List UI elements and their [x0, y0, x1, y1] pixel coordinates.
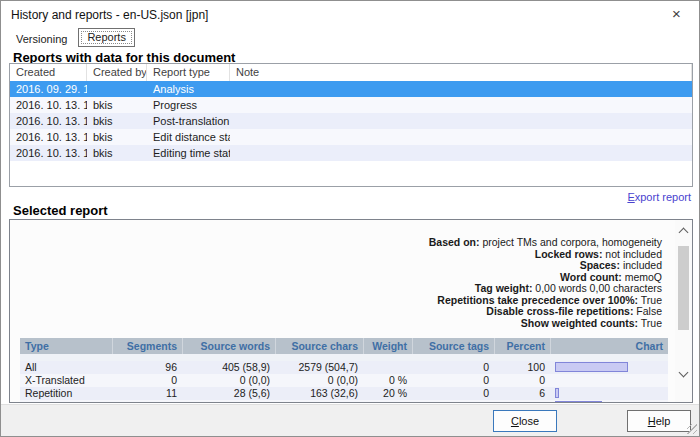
report-cell-report_type: Edit distance statistics: [147, 129, 230, 145]
report-row[interactable]: 2016. 10. 13. 14:40bkisEditing time stat…: [10, 145, 692, 161]
scroll-up-icon[interactable]: [675, 223, 692, 240]
report-cell-created: 2016. 09. 29. 14:30: [10, 81, 87, 97]
analysis-cell-source_words: 28 (5,6): [182, 387, 275, 400]
report-cell-note: [230, 129, 692, 145]
report-cell-created: 2016. 10. 13. 14:39: [10, 97, 87, 113]
analysis-cell-source_tags: 0: [412, 374, 494, 387]
analysis-cell-source_chars: 2579 (504,7): [275, 361, 363, 374]
report-cell-report_type: Analysis: [147, 81, 230, 97]
report-cell-created: 2016. 10. 13. 14:40: [10, 129, 87, 145]
analysis-cell-weight: [363, 361, 412, 374]
analysis-table-header-spacer: [20, 354, 668, 361]
scroll-down-icon[interactable]: [675, 366, 692, 383]
selected-report-heading: Selected report: [13, 203, 108, 218]
report-cell-created: 2016. 10. 13. 14:40: [10, 113, 87, 129]
analysis-row: X-Translated00 (0,0)0 (0,0)0 %00: [20, 374, 668, 387]
analysis-cell-source_chars: 0 (0,0): [275, 374, 363, 387]
column-header-segments: Segments: [112, 338, 182, 354]
analysis-cell-type: 101%: [20, 400, 112, 403]
scrollbar-thumb[interactable]: [678, 246, 689, 330]
report-cell-created_by: bkis: [87, 145, 147, 161]
analysis-cell-type: Repetition: [20, 387, 112, 400]
analysis-cell-segments: 58: [112, 400, 182, 403]
titlebar: History and reports - en-US.json [jpn] ×: [1, 1, 699, 29]
analysis-cell-segments: 96: [112, 361, 182, 374]
report-row[interactable]: 2016. 09. 29. 14:30Analysis: [10, 81, 692, 97]
column-header-chart: Chart: [550, 338, 668, 354]
column-header-created[interactable]: Created: [10, 64, 87, 81]
analysis-cell-chart: [550, 361, 668, 374]
analysis-cell-source_words: 267 (0,0): [182, 400, 275, 403]
analysis-cell-source_words: 0 (0,0): [182, 374, 275, 387]
tab-versioning[interactable]: Versioning: [9, 31, 74, 47]
dialog-footer: Close Help: [1, 404, 699, 436]
analysis-cell-percent: 65: [494, 400, 550, 403]
percent-bar: [555, 388, 559, 398]
report-cell-report_type: Progress: [147, 97, 230, 113]
percent-bar: [555, 362, 628, 372]
analysis-table: Type Segments Source words Source chars …: [20, 338, 668, 403]
report-cell-note: [230, 97, 692, 113]
column-header-weight: Weight: [363, 338, 412, 354]
column-header-note[interactable]: Note: [230, 64, 692, 81]
column-header-report-type[interactable]: Report type: [147, 64, 230, 81]
analysis-cell-chart: [550, 374, 668, 387]
report-cell-note: [230, 81, 692, 97]
analysis-cell-source_words: 405 (58,9): [182, 361, 275, 374]
analysis-cell-source_chars: 163 (32,6): [275, 387, 363, 400]
analysis-cell-weight: 20 %: [363, 387, 412, 400]
analysis-cell-percent: 6: [494, 387, 550, 400]
analysis-cell-type: All: [20, 361, 112, 374]
history-reports-dialog: History and reports - en-US.json [jpn] ×…: [0, 0, 700, 437]
resize-grip-icon[interactable]: [687, 424, 697, 434]
analysis-cell-segments: 0: [112, 374, 182, 387]
analysis-cell-chart: [550, 400, 668, 403]
analysis-table-body: All96405 (58,9)2579 (504,7)0100X-Transla…: [20, 361, 668, 403]
analysis-cell-segments: 11: [112, 387, 182, 400]
analysis-table-header: Type Segments Source words Source chars …: [20, 338, 668, 354]
analysis-cell-source_tags: 0: [412, 400, 494, 403]
analysis-cell-source_tags: 0: [412, 387, 494, 400]
column-header-source-words: Source words: [182, 338, 275, 354]
column-header-source-tags: Source tags: [412, 338, 494, 354]
tab-reports-label: Reports: [87, 31, 126, 43]
window-close-icon[interactable]: ×: [654, 1, 699, 29]
report-row[interactable]: 2016. 10. 13. 14:40bkisPost-translation …: [10, 113, 692, 129]
analysis-cell-percent: 0: [494, 374, 550, 387]
analysis-row: All96405 (58,9)2579 (504,7)0100: [20, 361, 668, 374]
report-cell-created_by: bkis: [87, 129, 147, 145]
analysis-cell-weight: 0 %: [363, 374, 412, 387]
tab-reports[interactable]: Reports: [78, 28, 135, 47]
analysis-cell-type: X-Translated: [20, 374, 112, 387]
selected-report-panel: Based on: project TMs and corpora, homog…: [9, 219, 693, 403]
report-cell-note: [230, 145, 692, 161]
reports-table: Created Created by Report type Note 2016…: [9, 63, 693, 187]
report-cell-created: 2016. 10. 13. 14:40: [10, 145, 87, 161]
panel-scrollbar[interactable]: [675, 220, 692, 402]
report-cell-created_by: bkis: [87, 97, 147, 113]
reports-table-header: Created Created by Report type Note: [10, 64, 692, 81]
report-cell-report_type: Editing time statistics: [147, 145, 230, 161]
report-cell-report_type: Post-translation analysis: [147, 113, 230, 129]
report-cell-note: [230, 113, 692, 129]
report-row[interactable]: 2016. 10. 13. 14:39bkisProgress: [10, 97, 692, 113]
export-report-link[interactable]: Export report: [627, 191, 691, 203]
column-header-source-chars: Source chars: [275, 338, 363, 354]
column-header-type: Type: [20, 338, 112, 354]
analysis-cell-percent: 100: [494, 361, 550, 374]
help-button[interactable]: Help: [627, 410, 691, 432]
analysis-cell-source_chars: 1558 (0,0): [275, 400, 363, 403]
percent-bar: [555, 401, 602, 403]
report-cell-created_by: [87, 81, 147, 97]
report-row[interactable]: 2016. 10. 13. 14:40bkisEdit distance sta…: [10, 129, 692, 145]
analysis-row: Repetition1128 (5,6)163 (32,6)20 %06: [20, 387, 668, 400]
column-header-created-by[interactable]: Created by: [87, 64, 147, 81]
analysis-cell-source_tags: 0: [412, 361, 494, 374]
report-settings: Based on: project TMs and corpora, homog…: [429, 237, 662, 329]
reports-table-body: 2016. 09. 29. 14:30Analysis2016. 10. 13.…: [10, 81, 692, 161]
report-cell-created_by: bkis: [87, 113, 147, 129]
close-button[interactable]: Close: [493, 410, 557, 432]
report-setting-line: Show weighted counts: True: [429, 318, 662, 330]
column-header-percent: Percent: [494, 338, 550, 354]
analysis-row: 101%58267 (0,0)1558 (0,0)0 %065: [20, 400, 668, 403]
